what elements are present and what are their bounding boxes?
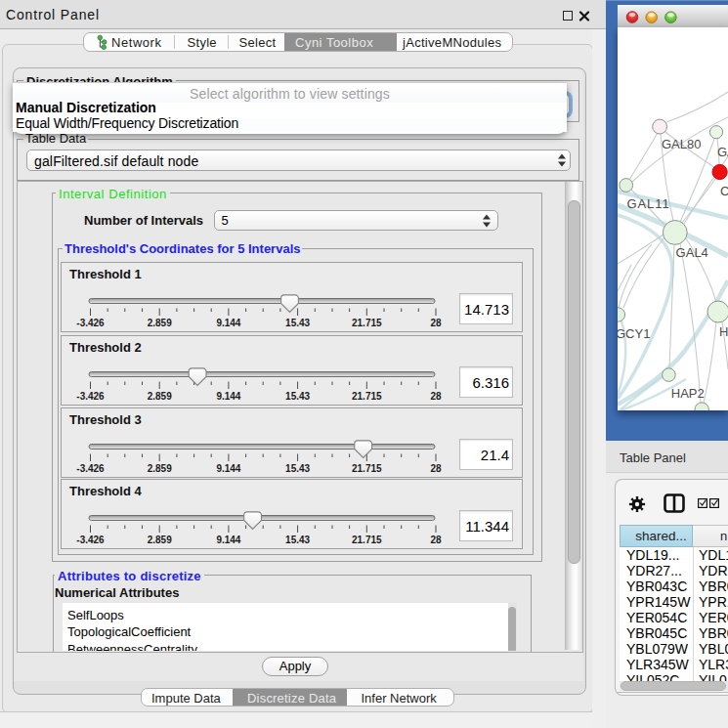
svg-text:HAP2: HAP2: [671, 386, 705, 401]
svg-text:GAL80: GAL80: [662, 137, 701, 151]
svg-text:H: H: [719, 324, 728, 339]
svg-text:GA: GA: [717, 145, 728, 159]
svg-text:GCY1: GCY1: [618, 326, 650, 341]
svg-text:C: C: [720, 184, 728, 198]
svg-text:GAL4: GAL4: [676, 245, 708, 260]
svg-text:GAL11: GAL11: [627, 196, 670, 211]
